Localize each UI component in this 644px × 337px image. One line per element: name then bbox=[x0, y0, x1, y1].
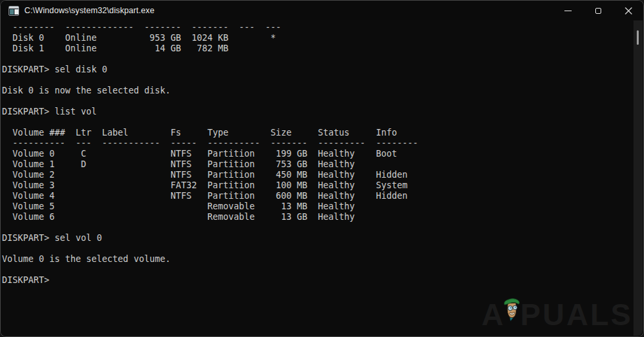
volume-table-header: Volume ### Ltr Label Fs Type Size Status… bbox=[2, 128, 633, 138]
terminal-line bbox=[2, 117, 633, 128]
terminal-line: Disk 1 Online 14 GB 782 MB bbox=[2, 43, 633, 54]
terminal-command-line: DISKPART> sel disk 0 bbox=[2, 65, 633, 75]
minimize-icon bbox=[564, 11, 572, 11]
volume-table-row: Volume 6 Removable 13 GB Healthy bbox=[2, 212, 633, 222]
terminal-output-line: Disk 0 is now the selected disk. bbox=[2, 86, 633, 96]
volume-table-divider: ---------- --- ----------- ----- -------… bbox=[2, 138, 633, 149]
terminal-command-line: DISKPART> list vol bbox=[2, 107, 633, 117]
minimize-button[interactable] bbox=[553, 1, 583, 20]
terminal-line: Disk 0 Online 953 GB 1024 KB * bbox=[2, 33, 633, 43]
window-title: C:\Windows\system32\diskpart.exe bbox=[24, 6, 155, 15]
window-controls bbox=[553, 1, 643, 20]
terminal-prompt-line: DISKPART> bbox=[2, 275, 633, 286]
appuals-mascot-icon bbox=[504, 290, 520, 330]
terminal-line bbox=[2, 244, 633, 254]
terminal-line bbox=[2, 96, 633, 107]
title-bar[interactable]: C:\Windows\system32\diskpart.exe bbox=[1, 1, 643, 20]
scrollbar[interactable] bbox=[633, 20, 643, 336]
title-bar-left: C:\Windows\system32\diskpart.exe bbox=[1, 6, 155, 16]
terminal-line bbox=[2, 265, 633, 275]
terminal-command-line: DISKPART> sel vol 0 bbox=[2, 233, 633, 244]
terminal-line bbox=[2, 75, 633, 86]
terminal-screen[interactable]: -------- ------------- ------- ------- -… bbox=[1, 20, 643, 336]
maximize-button[interactable] bbox=[583, 1, 613, 20]
volume-table-row: Volume 0 C NTFS Partition 199 GB Healthy… bbox=[2, 149, 633, 159]
close-icon bbox=[625, 7, 632, 14]
appuals-watermark: A PUALS bbox=[482, 292, 633, 336]
watermark-text-right: PUALS bbox=[520, 299, 633, 330]
diskpart-window: C:\Windows\system32\diskpart.exe -------… bbox=[0, 0, 644, 337]
terminal-line bbox=[2, 54, 633, 65]
terminal-output-line: Volume 0 is the selected volume. bbox=[2, 254, 633, 265]
console-app-icon bbox=[9, 6, 19, 16]
terminal-line bbox=[2, 222, 633, 233]
volume-table-row: Volume 1 D NTFS Partition 753 GB Healthy bbox=[2, 159, 633, 170]
scrollbar-thumb[interactable] bbox=[637, 30, 639, 45]
watermark-text-left: A bbox=[482, 299, 505, 330]
volume-table-row: Volume 4 NTFS Partition 600 MB Healthy H… bbox=[2, 191, 633, 201]
volume-table-row: Volume 5 Removable 13 MB Healthy bbox=[2, 201, 633, 212]
close-button[interactable] bbox=[613, 1, 643, 20]
volume-table-row: Volume 2 NTFS Partition 450 MB Healthy H… bbox=[2, 170, 633, 180]
volume-table-row: Volume 3 FAT32 Partition 100 MB Healthy … bbox=[2, 180, 633, 191]
maximize-icon bbox=[595, 8, 601, 14]
terminal-line: -------- ------------- ------- ------- -… bbox=[2, 22, 633, 33]
